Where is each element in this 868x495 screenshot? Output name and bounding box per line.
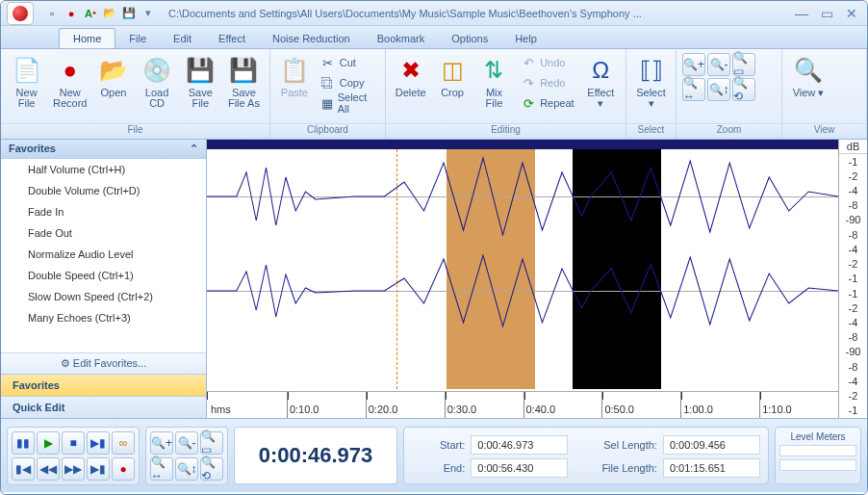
fav-item[interactable]: Slow Down Speed (Ctrl+2) [1, 286, 206, 307]
tab-file[interactable]: File [115, 29, 160, 48]
loop-button[interactable]: ∞ [112, 431, 135, 455]
tab-effect[interactable]: Effect [205, 29, 259, 48]
tab-noise-reduction[interactable]: Noise Reduction [259, 29, 364, 48]
sel-length-label: Sel Length: [574, 439, 656, 451]
select-all-button[interactable]: ▦Select All [317, 93, 379, 113]
pause-button[interactable]: ▮▮ [12, 431, 35, 455]
forward-button[interactable]: ▶▶ [62, 457, 85, 481]
app-menu-button[interactable] [7, 2, 34, 25]
zoom-sel-button[interactable]: 🔍▭ [732, 53, 755, 76]
fav-item[interactable]: Fade In [1, 201, 206, 222]
fav-item[interactable]: Double Speed (Ctrl+1) [1, 265, 206, 286]
db-ruler: dB -1 -2 -4 -8 -90 -8 -4 -2 -1 -1 -2 -4 … [838, 140, 867, 418]
close-button[interactable]: ✕ [842, 6, 861, 21]
panel-tab-favorites[interactable]: Favorites [1, 374, 206, 396]
tab-help[interactable]: Help [501, 29, 550, 48]
tab-options[interactable]: Options [438, 29, 501, 48]
qat-new-file-icon[interactable]: ▫ [43, 5, 61, 22]
play-to-end-button[interactable]: ▶▮ [87, 431, 110, 455]
edit-favorites-button[interactable]: ⚙ Edit Favorites... [1, 352, 206, 374]
group-select: ⟦⟧Select ▾ Select [626, 49, 677, 139]
time-unit: hms [207, 392, 287, 418]
minimize-button[interactable]: — [792, 6, 811, 21]
panel-tab-quickedit[interactable]: Quick Edit [1, 396, 206, 418]
stop-button[interactable]: ■ [62, 431, 85, 455]
zoom-in-v-button[interactable]: 🔍↕ [175, 457, 198, 481]
select-button[interactable]: ⟦⟧Select ▾ [632, 53, 670, 111]
zoom-out-button[interactable]: 🔍- [707, 53, 730, 76]
zoom-fit-button[interactable]: 🔍↔ [150, 457, 173, 481]
group-zoom-label: Zoom [677, 123, 781, 139]
record-button[interactable]: ● [112, 457, 135, 481]
tab-edit[interactable]: Edit [160, 29, 205, 48]
fav-item[interactable]: Half Volume (Ctrl+H) [1, 159, 206, 180]
overview-ruler[interactable] [207, 140, 838, 149]
open-button[interactable]: 📂Open [93, 53, 133, 100]
fav-item[interactable]: Normalize Audio Level [1, 244, 206, 265]
qat-font-icon[interactable]: A+ [82, 5, 99, 22]
qat-open-icon[interactable]: 📂 [101, 5, 118, 22]
redo-button[interactable]: ↷Redo [517, 73, 577, 92]
rewind-button[interactable]: ◀◀ [37, 457, 60, 481]
save-file-button[interactable]: 💾Save File [181, 53, 220, 111]
tab-bookmark[interactable]: Bookmark [364, 29, 439, 48]
group-zoom: 🔍+ 🔍- 🔍▭ 🔍↔ 🔍↕ 🔍⟲ Zoom [677, 49, 782, 139]
fav-item[interactable]: Fade Out [1, 222, 206, 244]
goto-end-button[interactable]: ▶▮ [87, 457, 110, 481]
maximize-button[interactable]: ▭ [817, 6, 836, 21]
start-label: Start: [412, 439, 465, 451]
fav-item[interactable]: Many Echoes (Ctrl+3) [1, 307, 206, 328]
end-value[interactable]: 0:00:56.430 [471, 458, 568, 478]
time-tick: 1:10.0 [759, 392, 838, 418]
repeat-button[interactable]: ⟳Repeat [517, 93, 577, 113]
end-label: End: [412, 462, 465, 474]
qat-save-icon[interactable]: 💾 [120, 5, 138, 22]
mix-icon: ⇅ [478, 55, 509, 86]
copy-button[interactable]: ⿻Copy [317, 73, 379, 92]
zoom-reset-button[interactable]: 🔍⟲ [732, 78, 755, 101]
mix-file-button[interactable]: ⇅Mix File [475, 53, 513, 111]
qat-dropdown-icon[interactable]: ▾ [140, 5, 157, 22]
zoom-full-button[interactable]: 🔍↔ [682, 78, 705, 101]
waveform-canvas[interactable]: hms 0:10.0 0:20.0 0:30.0 0:40.0 0:50.0 1… [207, 140, 838, 418]
side-panel: Favorites ⌃ Half Volume (Ctrl+H) Double … [1, 140, 207, 418]
zoom-out-v-button[interactable]: 🔍⟲ [200, 457, 223, 481]
effect-icon: Ω [585, 55, 616, 86]
view-button[interactable]: 🔍View ▾ [788, 53, 829, 100]
zoom-in-button[interactable]: 🔍+ [682, 53, 705, 76]
undo-button[interactable]: ↶Undo [517, 53, 577, 72]
goto-start-button[interactable]: ▮◀ [12, 457, 35, 481]
zoom-out-h-button[interactable]: 🔍- [175, 431, 198, 455]
fav-item[interactable]: Double Volume (Ctrl+D) [1, 180, 206, 201]
copy-icon: ⿻ [320, 75, 336, 91]
time-ruler[interactable]: hms 0:10.0 0:20.0 0:30.0 0:40.0 0:50.0 1… [207, 391, 838, 418]
cut-icon: ✂ [320, 55, 336, 70]
effect-button[interactable]: ΩEffect ▾ [582, 53, 620, 111]
window-title: C:\Documents and Settings\All Users\Docu… [163, 8, 792, 19]
qat-record-icon[interactable]: ● [63, 5, 80, 22]
new-file-button[interactable]: 📄New File [7, 53, 46, 111]
start-value[interactable]: 0:00:46.973 [471, 435, 568, 455]
zoom-sel-h-button[interactable]: 🔍▭ [200, 431, 223, 455]
zoom-vin-button[interactable]: 🔍↕ [707, 78, 730, 101]
tab-home[interactable]: Home [59, 28, 115, 48]
crop-button[interactable]: ◫Crop [433, 53, 471, 100]
delete-button[interactable]: ✖Delete [392, 53, 429, 100]
time-tick: 0:30.0 [445, 392, 523, 418]
paste-button[interactable]: 📋Paste [276, 53, 313, 100]
group-clipboard: 📋Paste ✂Cut ⿻Copy ▦Select All Clipboard [270, 49, 386, 139]
cut-button[interactable]: ✂Cut [317, 53, 379, 72]
selection-info: Start: 0:00:46.973 Sel Length: 0:00:09.4… [403, 427, 769, 484]
zoom-in-h-button[interactable]: 🔍+ [150, 431, 173, 455]
load-cd-button[interactable]: 💿Load CD [138, 53, 177, 111]
sel-length-value[interactable]: 0:00:09.456 [663, 435, 760, 455]
select-icon: ⟦⟧ [636, 55, 667, 86]
title-bar: ▫ ● A+ 📂 💾 ▾ C:\Documents and Settings\A… [1, 1, 867, 26]
collapse-icon[interactable]: ⌃ [190, 143, 198, 155]
db-label: dB [839, 140, 867, 154]
save-as-button[interactable]: 💾Save File As [224, 53, 264, 111]
redo-icon: ↷ [521, 75, 536, 91]
time-tick: 0:50.0 [601, 392, 680, 418]
play-button[interactable]: ▶ [37, 431, 60, 455]
new-record-button[interactable]: ●New Record [50, 53, 89, 111]
